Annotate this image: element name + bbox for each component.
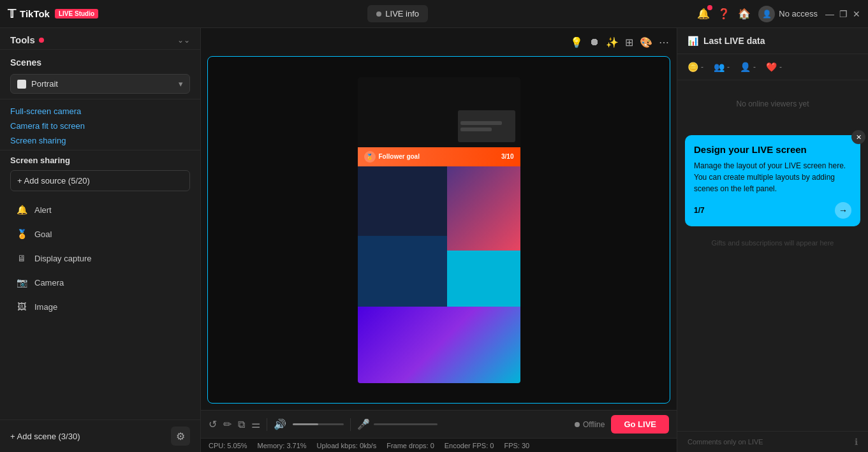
- volume-fill: [293, 423, 318, 425]
- cpu-stat: CPU: 5.05%: [209, 442, 247, 449]
- design-card-arrow-button[interactable]: →: [835, 202, 851, 219]
- bottom-bar: ↺ ✏ ⧉ ⚌ 🔊 🎤 Offline Go LIVE: [201, 410, 677, 438]
- main-layout: Tools ⌄⌄ Scenes Portrait ▾ Full-screen c…: [0, 28, 868, 452]
- likes-stat: ❤️ -: [766, 62, 782, 72]
- source-name: Goal: [34, 230, 52, 239]
- user-area[interactable]: 👤 No access: [758, 6, 818, 22]
- record-icon[interactable]: ⏺: [589, 36, 600, 48]
- offline-indicator: Offline: [575, 420, 605, 429]
- close-card-button[interactable]: ✕: [851, 130, 865, 144]
- source-icon: 📷: [15, 276, 28, 289]
- home-icon[interactable]: 🏠: [738, 8, 751, 20]
- design-card-footer: 1/7 →: [694, 202, 851, 219]
- info-circle-icon[interactable]: ℹ: [855, 437, 858, 447]
- layers-icon[interactable]: ⧉: [238, 419, 245, 430]
- source-icon: 🖥: [15, 252, 28, 265]
- design-card-counter: 1/7: [694, 206, 705, 215]
- preview-blue-gradient: [358, 307, 520, 383]
- edit-icon[interactable]: ✏: [223, 418, 232, 430]
- new-followers-icon: 👤: [740, 62, 751, 72]
- rp-stats: 🪙 - 👥 - 👤 - ❤️ -: [677, 54, 868, 80]
- preview-right-panel: [447, 166, 520, 307]
- refresh-icon[interactable]: ↺: [209, 418, 217, 430]
- followers-icon: 👥: [714, 62, 725, 72]
- volume-icon[interactable]: 🔊: [274, 418, 286, 430]
- offline-dot-icon: [575, 422, 580, 427]
- source-items-list: 🔔 Alert 🏅 Goal 🖥 Display capture 📷 Camer…: [0, 194, 200, 323]
- source-name: Display capture: [34, 254, 92, 263]
- upload-stat: Upload kbps: 0kb/s: [317, 442, 377, 449]
- source-name: Image: [34, 302, 57, 312]
- mic-icon[interactable]: 🎤: [357, 418, 370, 430]
- fps-stat: FPS: 30: [504, 442, 529, 449]
- bulb-icon[interactable]: 💡: [570, 36, 583, 48]
- list-item[interactable]: 🖥 Display capture: [10, 247, 190, 269]
- list-item[interactable]: 🔔 Alert: [10, 199, 190, 221]
- live-studio-badge: LIVE Studio: [55, 9, 98, 18]
- list-item[interactable]: 🏅 Goal: [10, 223, 190, 245]
- add-source-button[interactable]: + Add source (5/20): [10, 170, 190, 191]
- divider-2: [350, 418, 351, 431]
- notification-icon[interactable]: 🔔: [697, 8, 710, 20]
- more-icon[interactable]: ⋯: [659, 36, 669, 48]
- no-viewers-text: No online viewers yet: [677, 80, 868, 128]
- layout-icon[interactable]: ⊞: [625, 36, 633, 48]
- offline-label: Offline: [583, 420, 605, 429]
- coins-value: -: [701, 62, 703, 71]
- close-button[interactable]: ✕: [853, 9, 860, 19]
- preview-right-top: [447, 166, 520, 251]
- status-bar: CPU: 5.05% Memory: 3.71% Upload kbps: 0k…: [201, 438, 677, 452]
- scene-links: Full-screen camera Camera fit to screen …: [0, 99, 200, 150]
- preview-screen-inner: [358, 166, 520, 307]
- add-scene-button[interactable]: + Add scene (3/30): [10, 432, 80, 441]
- topbar-left: 𝕋 TikTok LIVE Studio: [8, 7, 98, 21]
- scene-selected-label: Portrait: [31, 79, 58, 89]
- list-item[interactable]: 📷 Camera: [10, 272, 190, 293]
- source-icon: 🔔: [15, 203, 28, 216]
- followers-stat: 👥 -: [714, 62, 730, 72]
- rp-title: Last LIVE data: [703, 36, 765, 46]
- screen-sharing-link[interactable]: Screen sharing: [10, 134, 190, 147]
- scene-select[interactable]: Portrait ▾: [10, 74, 190, 94]
- likes-value: -: [779, 62, 782, 71]
- preview-right-bottom: [447, 251, 520, 307]
- question-icon[interactable]: ❓: [717, 8, 730, 20]
- window-controls: — ❐ ✕: [825, 9, 860, 19]
- fg-left: 🏅 Follower goal: [364, 151, 420, 163]
- source-icon: 🖼: [15, 300, 28, 313]
- preview-canvas: 🏅 Follower goal 3/10: [207, 56, 670, 404]
- scenes-section: Scenes Portrait ▾: [0, 50, 200, 99]
- tiktok-logo: 𝕋 TikTok: [8, 7, 50, 21]
- collapse-icon[interactable]: ⌄⌄: [177, 36, 190, 45]
- fullscreen-camera-link[interactable]: Full-screen camera: [10, 105, 190, 118]
- encoder-fps-stat: Encoder FPS: 0: [445, 442, 494, 449]
- mic-section: 🎤: [357, 418, 438, 430]
- followers-value: -: [727, 62, 730, 71]
- settings-button[interactable]: ⚙: [171, 426, 190, 446]
- camera-fit-link[interactable]: Camera fit to screen: [10, 119, 190, 133]
- volume-slider[interactable]: [293, 423, 344, 425]
- sliders-icon[interactable]: ⚌: [251, 418, 260, 430]
- mic-slider[interactable]: [374, 423, 438, 425]
- memory-stat: Memory: 3.71%: [258, 442, 307, 449]
- tools-title: Tools: [10, 34, 35, 45]
- topbar-center: LIVE info: [367, 5, 428, 22]
- maximize-button[interactable]: ❐: [839, 9, 848, 19]
- tiktok-icon: 𝕋: [8, 7, 16, 21]
- minimize-button[interactable]: —: [825, 9, 834, 19]
- center-area: 💡 ⏺ ✨ ⊞ 🎨 ⋯ 🏅 Follower goal: [201, 28, 677, 452]
- scene-dropdown-arrow: ▾: [179, 79, 183, 89]
- left-panel: Tools ⌄⌄ Scenes Portrait ▾ Full-screen c…: [0, 28, 201, 452]
- list-item[interactable]: 🖼 Image: [10, 296, 190, 317]
- preview-left-top: [358, 166, 447, 237]
- paint-icon[interactable]: 🎨: [640, 36, 652, 48]
- live-info-button[interactable]: LIVE info: [367, 5, 428, 22]
- source-icon: 🏅: [15, 228, 28, 240]
- go-live-button[interactable]: Go LIVE: [611, 415, 669, 434]
- avatar: 👤: [758, 6, 775, 22]
- framedrops-stat: Frame drops: 0: [386, 442, 434, 449]
- sparkle-icon[interactable]: ✨: [606, 36, 619, 48]
- coins-stat: 🪙 -: [688, 62, 703, 72]
- design-live-card: ✕ Design your LIVE screen Manage the lay…: [685, 135, 860, 226]
- scenes-label: Scenes: [10, 57, 190, 68]
